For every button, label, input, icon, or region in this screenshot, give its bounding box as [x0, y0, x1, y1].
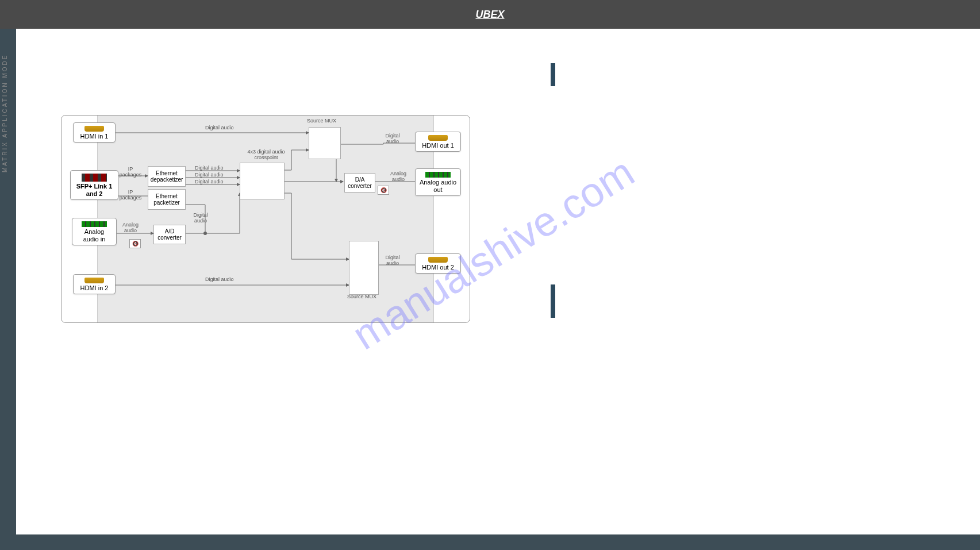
label-crosspoint: 4x3 digital audio crosspoint	[245, 149, 287, 160]
port-sfp-link: SFP+ Link 1 and 2	[70, 170, 118, 200]
block-depacketizer: Ethernet depacketizer	[148, 166, 186, 187]
sidebar-label: MATRIX APPLICATION MODE	[2, 54, 8, 172]
label-digital-audio: Digital audio	[205, 125, 234, 130]
label-digital-audio-5: Digital audio	[382, 255, 403, 266]
label-digital-audio-3: Digital audio	[205, 276, 234, 282]
block-packetizer: Ethernet packetizer	[148, 189, 186, 210]
mute-icon: 🔇	[378, 186, 389, 195]
sfp-icon	[82, 174, 107, 182]
label-da2: Digital audio	[195, 172, 224, 178]
label-ip-packages: IP packages	[118, 166, 143, 178]
port-hdmi-out-1: HDMI out 1	[415, 132, 461, 152]
label-digital-audio-2: Digital audio	[189, 212, 212, 224]
label-da1: Digital audio	[195, 165, 224, 171]
page-content: HDMI in 1 SFP+ Link 1 and 2 Analog audio…	[16, 29, 980, 534]
port-analog-out: Analog audio out	[415, 168, 461, 196]
port-hdmi-in-1: HDMI in 1	[73, 122, 116, 143]
label-analog-audio: Analog audio	[119, 222, 142, 233]
port-analog-in: Analog audio in	[72, 218, 117, 245]
block-ad-converter: A/D converter	[153, 225, 186, 244]
logo: UBEX	[475, 9, 504, 21]
label-digital-audio-4: Digital audio	[382, 133, 403, 144]
block-da-converter: D/A converter	[344, 173, 375, 193]
label-source-mux-top: Source MUX	[307, 118, 336, 124]
analog-icon	[82, 221, 107, 227]
block-crosspoint	[240, 163, 285, 199]
port-hdmi-in-2: HDMI in 2	[73, 274, 116, 294]
hdmi-icon	[84, 126, 104, 132]
hdmi-icon	[428, 257, 448, 263]
hdmi-icon	[84, 278, 104, 283]
hdmi-icon	[428, 135, 448, 141]
label-source-mux-bottom: Source MUX	[347, 294, 376, 299]
svg-point-7	[203, 232, 207, 235]
port-hdmi-out-2: HDMI out 2	[415, 253, 461, 274]
block-source-mux-bottom	[349, 241, 379, 295]
analog-icon	[425, 172, 451, 178]
block-source-mux-top	[309, 127, 341, 159]
audio-routing-diagram: HDMI in 1 SFP+ Link 1 and 2 Analog audio…	[61, 115, 470, 323]
mute-icon: 🔇	[129, 239, 141, 248]
top-bar: UBEX	[0, 0, 980, 29]
label-ip-packages-2: IP packages	[118, 189, 143, 201]
label-analog-audio-2: Analog audio	[388, 171, 409, 182]
label-da3: Digital audio	[195, 179, 224, 184]
